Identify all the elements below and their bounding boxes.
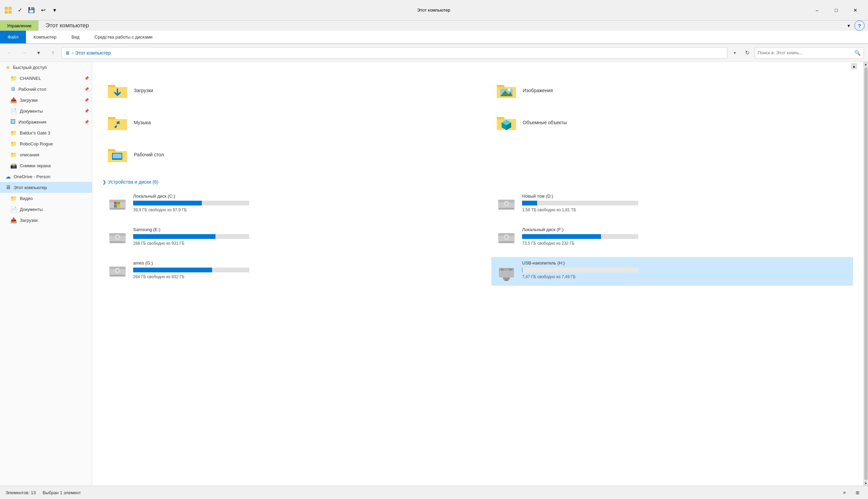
sidebar-item-onedrive[interactable]: ☁ OneDrive - Person	[0, 171, 92, 182]
ribbon-tabs: Управление Этот компьютер ▾ ?	[0, 21, 868, 31]
svg-rect-44	[501, 269, 504, 270]
svg-rect-19	[117, 205, 120, 208]
folder-item-objects[interactable]: Объемные объекты	[491, 108, 853, 137]
address-path[interactable]: 🖥 › Этот компьютер	[61, 47, 727, 59]
screenshot-icon: 📸	[10, 162, 17, 169]
search-input[interactable]	[758, 50, 852, 55]
content-area: ▲ Загрузки	[92, 62, 863, 486]
forward-button[interactable]: →	[19, 47, 30, 59]
dropdown-nav-button[interactable]: ▾	[33, 47, 44, 59]
progress-bg-h	[522, 268, 638, 272]
folder-item-downloads[interactable]: Загрузки	[103, 76, 464, 105]
scroll-up-arrow[interactable]: ▲	[864, 62, 868, 66]
folders-grid: Загрузки Изображения	[103, 76, 853, 169]
pin-icon: 📌	[84, 76, 89, 81]
images-folder-icon	[495, 80, 517, 101]
folder-item-music[interactable]: Музыка	[103, 108, 464, 137]
svg-point-39	[117, 270, 119, 272]
device-space-g: 264 ГБ свободно из 832 ГБ	[133, 275, 460, 279]
search-box[interactable]: 🔍	[755, 47, 864, 59]
sidebar-item-baldurs[interactable]: 📁 Baldur's Gate 3	[0, 127, 92, 138]
sidebar-label-opisaniya: описания	[20, 152, 89, 157]
progress-fill-c	[133, 201, 202, 206]
device-item-f[interactable]: Локальный диск (F:) 73,5 ГБ свободно из …	[491, 223, 853, 252]
pin-icon-4: 📌	[84, 109, 89, 113]
sidebar-label-desktop: Рабочий стол	[19, 87, 83, 92]
tab-file[interactable]: Файл	[0, 31, 26, 43]
sidebar-item-channel[interactable]: 📁 CHANNEL 📌	[0, 73, 92, 84]
sidebar-item-downloads[interactable]: 📥 Загрузки 📌	[0, 95, 92, 106]
sidebar-item-thispc[interactable]: 🖥 Этот компьютер	[0, 182, 92, 193]
svg-rect-12	[113, 154, 122, 158]
sidebar-item-opisaniya[interactable]: 📁 описания	[0, 149, 92, 160]
scroll-down-arrow[interactable]: ▼	[864, 481, 868, 486]
device-info-e: Samsung (E:) 268 ГБ свободно из 931 ГБ	[133, 227, 460, 246]
scroll-up-indicator[interactable]: ▲	[851, 63, 857, 69]
sidebar-label-onedrive: OneDrive - Person	[14, 174, 89, 179]
svg-rect-32	[499, 241, 514, 243]
sidebar-label-robocop: RoboCop Rogue	[20, 141, 89, 146]
svg-rect-37	[110, 275, 125, 276]
dropdown-icon[interactable]: ▾	[50, 5, 59, 15]
sidebar-item-documents2[interactable]: 📄 Документы	[0, 204, 92, 215]
device-space-f: 73,5 ГБ свободно из 232 ГБ	[522, 241, 849, 246]
sidebar-item-quick-access[interactable]: ★ Быстрый доступ	[0, 62, 92, 73]
title-bar-center: Этот компьютер	[59, 8, 808, 13]
cloud-icon: ☁	[5, 173, 11, 180]
undo-icon[interactable]: ↩	[38, 5, 48, 15]
device-item-h[interactable]: USB-накопитель (H:) 7,47 ГБ свободно из …	[491, 257, 853, 286]
address-bar: ← → ▾ ↑ 🖥 › Этот компьютер ▾ ↻ 🔍	[0, 44, 868, 62]
desktop-icon: 🖥	[10, 86, 16, 92]
progress-bg-c	[133, 201, 249, 206]
path-dropdown-button[interactable]: ▾	[730, 47, 739, 59]
device-item-d[interactable]: Новый том (D:) 1,58 ТБ свободно из 1,81 …	[491, 190, 853, 219]
sidebar-item-robocop[interactable]: 📁 RoboCop Rogue	[0, 138, 92, 149]
sidebar-item-documents[interactable]: 📄 Документы 📌	[0, 106, 92, 117]
title-bar-left: ✓ 💾 ↩ ▾	[3, 5, 59, 15]
tab-computer[interactable]: Компьютер	[26, 31, 64, 43]
device-info-g: ames (G:) 264 ГБ свободно из 832 ГБ	[133, 260, 460, 279]
folder-name-desktop: Рабочий стол	[134, 152, 164, 157]
sidebar-item-downloads2[interactable]: 📥 Загрузки	[0, 215, 92, 226]
device-item-g[interactable]: ames (G:) 264 ГБ свободно из 832 ГБ	[103, 257, 464, 286]
progress-bg-d	[522, 201, 638, 206]
sidebar-item-images[interactable]: 🖼 Изображения 📌	[0, 117, 92, 127]
sidebar-item-desktop[interactable]: 🖥 Рабочий стол 📌	[0, 84, 92, 95]
svg-point-34	[505, 236, 507, 238]
dl2-icon: 📥	[10, 217, 17, 223]
device-name-g: ames (G:)	[133, 260, 460, 266]
device-item-c[interactable]: Локальный диск (C:) 39,9 ГБ свободно из …	[103, 190, 464, 219]
tab-view[interactable]: Вид	[64, 31, 87, 43]
right-scrollbar[interactable]: ▲ ▼	[863, 62, 868, 486]
ribbon-dropdown-btn[interactable]: ▾	[843, 21, 854, 31]
tab-management[interactable]: Управление	[0, 21, 39, 31]
svg-rect-15	[110, 208, 125, 209]
help-button[interactable]: ?	[854, 21, 865, 31]
refresh-button[interactable]: ↻	[742, 47, 752, 59]
video-icon: 📁	[10, 195, 17, 202]
close-button[interactable]: ✕	[846, 0, 865, 21]
selected-count: Выбран 1 элемент	[43, 490, 81, 495]
status-bar: Элементов: 13 Выбран 1 элемент ≡ ⊞	[0, 486, 868, 499]
back-button[interactable]: ←	[4, 47, 16, 59]
list-view-button[interactable]: ≡	[839, 488, 849, 498]
grid-view-button[interactable]: ⊞	[852, 488, 863, 498]
svg-rect-17	[117, 202, 120, 205]
quick-access-icon[interactable]: ✓	[15, 5, 25, 15]
up-button[interactable]: ↑	[47, 47, 59, 59]
minimize-button[interactable]: –	[808, 0, 826, 21]
folder-item-images[interactable]: Изображения	[491, 76, 853, 105]
folder-item-desktop[interactable]: Рабочий стол	[103, 140, 464, 169]
sidebar-item-video[interactable]: 📁 Видео	[0, 193, 92, 204]
device-info-c: Локальный диск (C:) 39,9 ГБ свободно из …	[133, 194, 460, 212]
subtab-disk-tools[interactable]: Средства работы с дисками	[87, 31, 160, 43]
sidebar-item-screenshots[interactable]: 📸 Снимки экрана	[0, 160, 92, 171]
devices-header[interactable]: ❯ Устройства и диски (6)	[103, 179, 853, 185]
device-info-d: Новый том (D:) 1,58 ТБ свободно из 1,81 …	[522, 194, 849, 212]
maximize-button[interactable]: □	[827, 0, 845, 21]
pin-icon-3: 📌	[84, 98, 89, 102]
save-icon[interactable]: 💾	[27, 5, 36, 15]
device-item-e[interactable]: Samsung (E:) 268 ГБ свободно из 931 ГБ	[103, 223, 464, 252]
svg-point-6	[508, 88, 510, 91]
scrollbar-thumb[interactable]	[864, 67, 868, 480]
